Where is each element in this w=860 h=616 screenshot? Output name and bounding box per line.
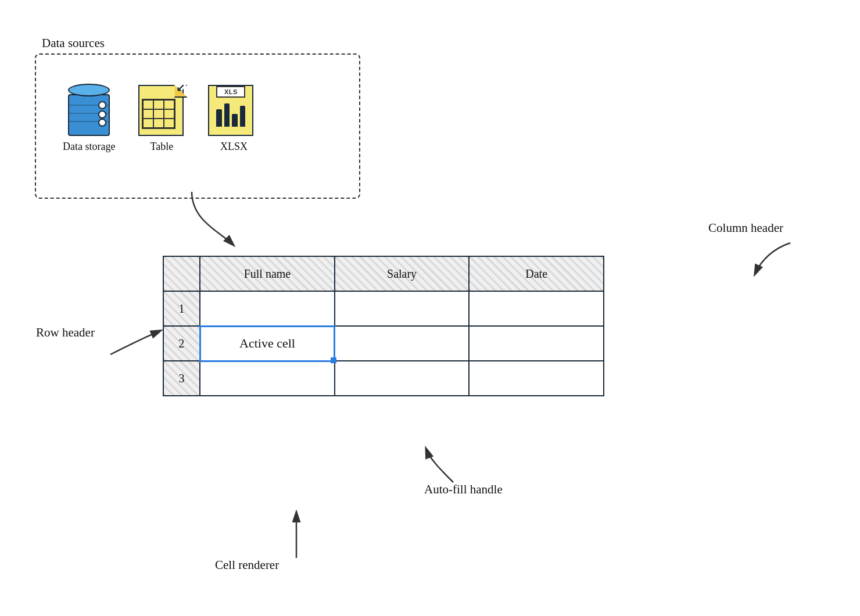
column-header-arrow [744,237,802,284]
cell-2-3[interactable] [469,326,604,361]
data-sources-label: Data sources [42,36,105,51]
header-rownum [163,256,200,291]
icon-group: Data storage ↙ Table XLS [42,64,280,153]
column-header-annotation: Column header [708,221,783,235]
xlsx-icon: XLS [208,80,259,136]
chart-bars [216,101,245,127]
cell-3-1[interactable] [200,361,335,396]
table-icon: ↙ [136,80,187,136]
cell-renderer-arrow [279,506,314,564]
cell-1-2[interactable] [335,291,470,326]
rownum-3: 3 [163,361,200,396]
table-row: 1 [163,291,604,326]
data-storage-label: Data storage [63,141,115,153]
xlsx-icon-item: XLS XLSX [208,80,259,153]
cell-3-3[interactable] [469,361,604,396]
table-row-active: 2 Active cell [163,326,604,361]
cell-renderer-annotation: Cell renderer [215,558,279,572]
table-label: Table [150,141,174,153]
active-cell[interactable]: Active cell [200,326,335,361]
xlsx-label: XLSX [220,141,248,153]
autofill-arrow [418,442,471,488]
rownum-2: 2 [163,326,200,361]
cell-2-2[interactable] [335,326,470,361]
spreadsheet-table: Full name Salary Date 1 2 Active cel [163,256,604,396]
row-header-arrow [105,325,169,360]
database-icon [68,84,110,136]
active-cell-text: Active cell [239,336,295,350]
page-container: Data sources Data storage [0,0,860,616]
data-storage-icon-item: Data storage [63,84,115,153]
row-header-annotation: Row header [36,325,95,340]
datasources-to-table-arrow [180,186,250,256]
header-salary: Salary [335,256,470,291]
header-date: Date [469,256,604,291]
table-icon-item: ↙ Table [136,80,187,153]
table-row: 3 [163,361,604,396]
cell-1-3[interactable] [469,291,604,326]
cell-1-1[interactable] [200,291,335,326]
xls-tag: XLS [216,86,245,98]
cell-3-2[interactable] [335,361,470,396]
rownum-1: 1 [163,291,200,326]
header-fullname: Full name [200,256,335,291]
spreadsheet-area: Full name Salary Date 1 2 Active cel [163,256,604,396]
autofill-handle[interactable] [331,357,336,363]
